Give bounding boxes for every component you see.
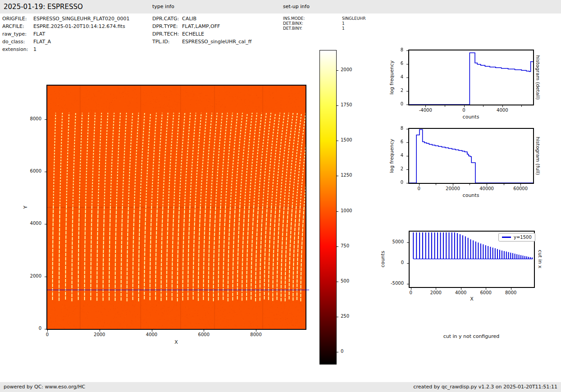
colorbar-tick-mark <box>337 141 338 141</box>
y-tick-label: 8 <box>383 47 403 52</box>
y-tick-mark <box>407 263 409 264</box>
footer-created-by: created by qc_rawdisp.py v1.2.3 on 2025-… <box>413 382 557 392</box>
cut-in-x-yaxis-label: counts <box>380 251 386 268</box>
cut-in-x-xaxis-label: X <box>470 296 474 302</box>
x-tick-mark <box>487 184 487 186</box>
y-tick-label: 0 <box>383 180 403 185</box>
footer-bar: powered by QC: www.eso.org/HC created by… <box>0 382 561 392</box>
colorbar-tick-mark <box>337 70 338 71</box>
x-tick-label: 4000 <box>455 290 466 295</box>
x-tick-mark <box>436 288 436 290</box>
x-tick-mark <box>100 330 100 332</box>
main-xaxis-label: X <box>174 339 178 345</box>
colorbar-tick-label: 2000 <box>341 67 352 72</box>
y-tick-mark <box>406 105 408 105</box>
x-minor-tick-mark <box>470 184 470 185</box>
colorbar-tick-label: 1500 <box>341 137 352 142</box>
y-tick-mark <box>407 284 409 284</box>
colorbar-tick-mark <box>337 246 338 247</box>
x-tick-label: 0 <box>462 108 465 113</box>
cut-position-line <box>47 290 309 291</box>
file-info-column: ORIGFILE:ESPRESSO_SINGLEUHR_FLAT020_0001… <box>2 15 129 53</box>
footer-powered-by: powered by QC: www.eso.org/HC <box>4 382 85 392</box>
file-info-row: do_class:FLAT_A <box>2 38 129 46</box>
y-tick-mark <box>407 242 409 243</box>
header-bar: 2025-01-19: ESPRESSO type info set-up in… <box>0 0 561 14</box>
y-tick-mark <box>406 169 408 170</box>
setup-info-column: INS.MODE:SINGLEUHR DET.BINX:1 DET.BINY:1 <box>283 16 365 31</box>
x-tick-mark <box>502 105 503 107</box>
x-tick-mark <box>411 288 411 290</box>
x-tick-label: 4000 <box>497 108 508 113</box>
main-yaxis-label: Y <box>23 206 28 209</box>
x-tick-label: 4000 <box>146 332 157 337</box>
y-tick-mark <box>406 77 408 78</box>
x-tick-mark <box>461 288 461 290</box>
x-tick-mark <box>419 184 420 186</box>
raw-image-axes <box>46 85 306 330</box>
x-tick-label: 6000 <box>480 290 491 295</box>
y-tick-mark <box>406 50 408 51</box>
colorbar-tick-label: 1750 <box>341 102 352 107</box>
file-info-row: ORIGFILE:ESPRESSO_SINGLEUHR_FLAT020_0001 <box>2 15 129 23</box>
y-tick-mark <box>406 91 408 91</box>
hist-detail-xaxis-label: counts <box>463 114 479 120</box>
file-info-row: raw_type:FLAT <box>2 30 129 38</box>
type-info-column: DPR.CATG:CALIB DPR.TYPE:FLAT,LAMP,OFF DP… <box>152 15 251 46</box>
x-tick-mark <box>464 105 465 107</box>
type-info-row: DPR.TECH:ECHELLE <box>152 30 251 38</box>
type-info-row: TPL.ID:ESPRESSO_singleUHR_cal_ff <box>152 38 251 46</box>
x-tick-label: 60000 <box>513 186 528 191</box>
y-tick-mark <box>406 183 408 183</box>
y-tick-label: 8 <box>383 126 403 131</box>
x-tick-mark <box>453 184 453 186</box>
histogram-detail-line <box>409 50 533 105</box>
x-tick-label: 2000 <box>430 290 442 295</box>
hist-detail-side-label: histogram (detail) <box>535 55 541 100</box>
y-tick-mark <box>406 142 408 143</box>
setup-info-row: DET.BINX:1 <box>283 21 365 26</box>
x-tick-label: 0 <box>46 332 49 337</box>
x-tick-mark <box>520 184 521 186</box>
y-tick-mark <box>45 172 46 172</box>
x-tick-mark <box>425 105 426 107</box>
legend-line-swatch <box>502 237 511 237</box>
colorbar-tick-label: 1000 <box>341 208 352 213</box>
y-tick-label: 4 <box>383 153 403 158</box>
histogram-full-line <box>409 129 533 183</box>
raw-image-heatmap <box>47 86 306 329</box>
x-minor-tick-mark <box>436 184 436 185</box>
hist-full-xaxis-label: counts <box>463 192 479 198</box>
x-tick-label: 40000 <box>479 186 494 191</box>
y-tick-mark <box>45 277 46 277</box>
y-tick-label: 0 <box>22 326 41 331</box>
colorbar <box>319 50 337 365</box>
y-tick-label: 4 <box>383 74 403 79</box>
colorbar-tick-label: 1250 <box>341 173 352 178</box>
cut-in-x-legend: y=1500 <box>498 233 535 242</box>
x-tick-mark <box>511 288 511 290</box>
y-tick-mark <box>406 64 408 64</box>
x-minor-tick-mark <box>504 184 504 185</box>
colorbar-tick-label: 0 <box>341 349 343 354</box>
y-tick-label: 5000 <box>384 239 404 244</box>
setup-info-row: DET.BINY:1 <box>283 26 365 31</box>
hist-full-side-label: histogram (full) <box>535 137 541 175</box>
y-tick-label: 0 <box>383 101 403 106</box>
y-tick-mark <box>45 329 46 329</box>
legend-label: y=1500 <box>514 235 532 240</box>
x-tick-label: 8000 <box>250 332 261 337</box>
x-minor-tick-mark <box>483 105 483 107</box>
y-tick-label: 6 <box>383 61 403 66</box>
x-tick-mark <box>204 330 204 332</box>
type-info-row: DPR.TYPE:FLAT,LAMP,OFF <box>152 23 251 30</box>
y-tick-mark <box>406 129 408 129</box>
colorbar-tick-mark <box>337 176 338 176</box>
x-minor-tick-mark <box>445 105 445 107</box>
x-tick-label: 0 <box>410 290 412 295</box>
page-title: 2025-01-19: ESPRESSO <box>4 0 83 14</box>
y-tick-label: 2000 <box>22 273 41 278</box>
histogram-detail-axes <box>408 50 534 105</box>
setup-info-row: INS.MODE:SINGLEUHR <box>283 16 365 21</box>
x-tick-label: 20000 <box>446 186 460 191</box>
